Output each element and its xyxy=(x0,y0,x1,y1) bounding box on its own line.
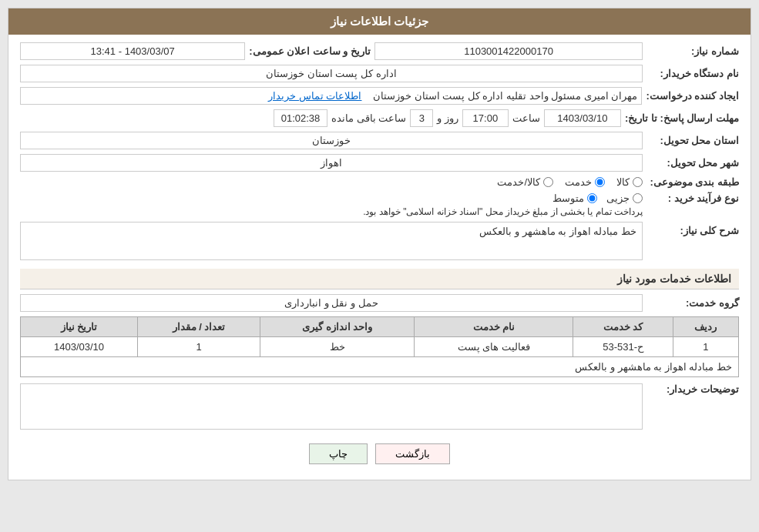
buyer-org-value: اداره کل پست استان خوزستان xyxy=(20,65,643,82)
cell-service-code: ح-531-53 xyxy=(573,337,673,357)
proc-type-label: نوع فرآیند خرید : xyxy=(646,192,739,204)
col-need-date: تاریخ نیاز xyxy=(21,317,138,337)
need-number-value: 1103001422000170 xyxy=(374,42,643,60)
button-row: بازگشت چاپ xyxy=(20,432,739,472)
buyer-desc-textarea[interactable] xyxy=(20,383,643,430)
category-radio-group: کالا خدمت کالا/خدمت xyxy=(497,176,643,188)
proc-motavaset-label: متوسط xyxy=(552,192,584,204)
creator-label: ایجاد کننده درخواست: xyxy=(646,90,739,102)
service-group-label: گروه خدمت: xyxy=(646,297,739,309)
category-label: طبقه بندی موضوعی: xyxy=(646,176,739,188)
col-unit: واحد اندازه گیری xyxy=(260,317,415,337)
table-row: 1 ح-531-53 فعالیت های پست خط 1 1403/03/1… xyxy=(21,337,739,357)
announce-label: تاریخ و ساعت اعلان عمومی: xyxy=(249,45,371,57)
page-title: جزئیات اطلاعات نیاز xyxy=(8,8,751,35)
deadline-remaining-value: 01:02:38 xyxy=(274,109,327,127)
province-value: خوزستان xyxy=(20,132,643,149)
category-kala-khedmat: کالا/خدمت xyxy=(497,176,553,188)
services-table: ردیف کد خدمت نام خدمت واحد اندازه گیری ت… xyxy=(20,316,739,377)
services-section-header: اطلاعات خدمات مورد نیاز xyxy=(20,269,739,289)
category-khedmat: خدمت xyxy=(565,176,605,188)
category-kala-khedmat-label: کالا/خدمت xyxy=(497,176,540,188)
cell-row-desc: خط مبادله اهواز به ماهشهر و بالعکس xyxy=(21,357,739,377)
service-group-value: حمل و نقل و انبارداری xyxy=(20,294,643,312)
cell-service-name: فعالیت های پست xyxy=(415,337,573,357)
buyer-org-label: نام دستگاه خریدار: xyxy=(646,68,739,79)
deadline-date: 1403/03/10 xyxy=(544,109,621,127)
city-label: شهر محل تحویل: xyxy=(646,157,739,169)
creator-link[interactable]: اطلاعات تماس خریدار xyxy=(268,90,361,102)
buyer-desc-label: توضیحات خریدار: xyxy=(646,383,739,395)
col-quantity: تعداد / مقدار xyxy=(138,317,260,337)
province-label: استان محل تحویل: xyxy=(646,135,739,146)
deadline-remaining-label: ساعت باقی مانده xyxy=(331,112,406,124)
cell-need-date: 1403/03/10 xyxy=(21,337,138,357)
category-khedmat-label: خدمت xyxy=(565,176,592,188)
cell-quantity: 1 xyxy=(138,337,260,357)
deadline-days-value: 3 xyxy=(410,109,433,127)
proc-motavaset-radio[interactable] xyxy=(587,193,597,203)
proc-jazee-label: جزیی xyxy=(606,192,630,204)
proc-jazee: جزیی xyxy=(606,192,643,204)
general-desc-value: خط مبادله اهواز به ماهشهر و بالعکس xyxy=(479,226,636,237)
cell-unit: خط xyxy=(260,337,415,357)
proc-type-note: پرداخت تمام یا بخشی از مبلغ خریداز محل "… xyxy=(20,206,643,217)
deadline-days-label: روز و xyxy=(437,112,458,124)
deadline-label: مهلت ارسال پاسخ: تا تاریخ: xyxy=(625,112,739,124)
creator-value: مهران امیری مسئول واحد تقلیه اداره کل پس… xyxy=(20,87,642,105)
announce-value: 1403/03/07 - 13:41 xyxy=(20,42,245,60)
category-kala-radio[interactable] xyxy=(633,177,643,187)
category-khedmat-radio[interactable] xyxy=(595,177,605,187)
col-service-code: کد خدمت xyxy=(573,317,673,337)
deadline-time-label: ساعت xyxy=(512,112,540,124)
category-kala-label: کالا xyxy=(616,176,630,188)
print-button[interactable]: چاپ xyxy=(309,443,368,464)
cell-row-num: 1 xyxy=(673,337,738,357)
proc-motavaset: متوسط xyxy=(552,192,597,204)
general-desc-label: شرح کلی نیاز: xyxy=(646,222,739,236)
table-row-desc: خط مبادله اهواز به ماهشهر و بالعکس xyxy=(21,357,739,377)
col-row-num: ردیف xyxy=(673,317,738,337)
category-kala: کالا xyxy=(616,176,643,188)
city-value: اهواز xyxy=(20,154,643,172)
proc-jazee-radio[interactable] xyxy=(633,193,643,203)
col-service-name: نام خدمت xyxy=(415,317,573,337)
need-number-label: شماره نیاز: xyxy=(646,45,739,57)
back-button[interactable]: بازگشت xyxy=(375,443,450,464)
deadline-time-value: 17:00 xyxy=(462,109,509,127)
category-kala-khedmat-radio[interactable] xyxy=(543,177,553,187)
